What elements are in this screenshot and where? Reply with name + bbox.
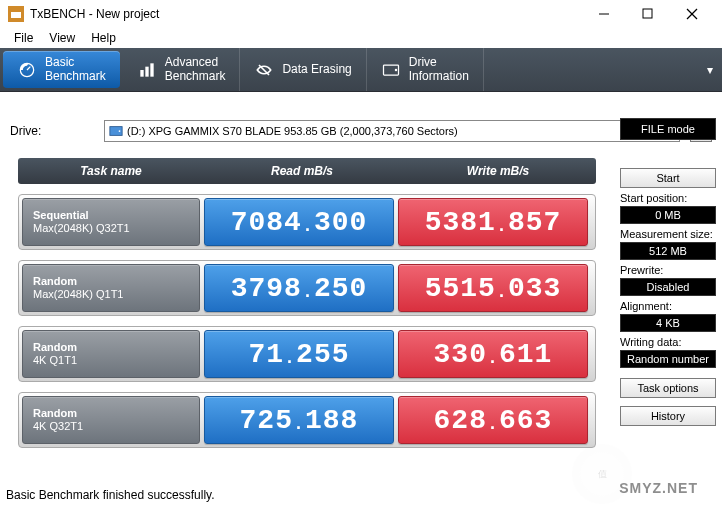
file-mode-button[interactable]: FILE mode <box>620 118 716 140</box>
benchmark-header-row: Task name Read mB/s Write mB/s <box>18 158 596 184</box>
tab-basic-benchmark[interactable]: Basic Benchmark <box>3 51 120 88</box>
minimize-button[interactable] <box>582 0 626 28</box>
task-button-2[interactable]: Random 4K Q1T1 <box>22 330 200 378</box>
disk-icon <box>109 124 123 138</box>
history-button[interactable]: History <box>620 406 716 426</box>
svg-line-7 <box>27 66 30 69</box>
menu-help[interactable]: Help <box>83 29 124 47</box>
app-icon <box>8 6 24 22</box>
svg-rect-8 <box>140 70 143 77</box>
read-value: 7084.300 <box>204 198 394 246</box>
toolbar: Basic Benchmark Advanced Benchmark Data … <box>0 48 722 92</box>
benchmark-row: Random 4K Q1T1 71.255 330.611 <box>18 326 596 382</box>
erase-icon <box>254 60 274 80</box>
window-title: TxBENCH - New project <box>30 7 582 21</box>
write-value: 330.611 <box>398 330 588 378</box>
task-sub: 4K Q32T1 <box>33 420 199 433</box>
tab-drive-information[interactable]: Drive Information <box>367 48 484 91</box>
close-button[interactable] <box>670 0 714 28</box>
task-button-0[interactable]: Sequential Max(2048K) Q32T1 <box>22 198 200 246</box>
prewrite-label: Prewrite: <box>620 264 716 276</box>
read-value: 71.255 <box>204 330 394 378</box>
benchmark-panel: Task name Read mB/s Write mB/s Sequentia… <box>18 158 596 448</box>
prewrite-value[interactable]: Disabled <box>620 278 716 296</box>
drive-select[interactable]: (D:) XPG GAMMIX S70 BLADE 953.85 GB (2,0… <box>104 120 680 142</box>
status-text: Basic Benchmark finished successfully. <box>6 488 215 502</box>
watermark-text: SMYZ.NET <box>619 480 698 496</box>
task-name: Random <box>33 275 199 288</box>
menu-file[interactable]: File <box>6 29 41 47</box>
gauge-icon <box>17 60 37 80</box>
toolbar-overflow-button[interactable]: ▾ <box>698 48 722 91</box>
svg-rect-9 <box>145 66 148 76</box>
window-titlebar: TxBENCH - New project <box>0 0 722 28</box>
write-value: 5381.857 <box>398 198 588 246</box>
svg-rect-1 <box>11 12 21 18</box>
header-task: Task name <box>18 158 204 184</box>
task-sub: 4K Q1T1 <box>33 354 199 367</box>
svg-point-15 <box>119 130 121 132</box>
write-value: 628.663 <box>398 396 588 444</box>
tab-label: Basic Benchmark <box>45 56 106 82</box>
task-button-1[interactable]: Random Max(2048K) Q1T1 <box>22 264 200 312</box>
read-value: 3798.250 <box>204 264 394 312</box>
alignment-value[interactable]: 4 KB <box>620 314 716 332</box>
svg-rect-10 <box>150 63 153 76</box>
start-position-label: Start position: <box>620 192 716 204</box>
write-value: 5515.033 <box>398 264 588 312</box>
tab-advanced-benchmark[interactable]: Advanced Benchmark <box>123 48 241 91</box>
tab-label: Advanced Benchmark <box>165 56 226 82</box>
maximize-button[interactable] <box>626 0 670 28</box>
task-options-button[interactable]: Task options <box>620 378 716 398</box>
task-sub: Max(2048K) Q1T1 <box>33 288 199 301</box>
menu-view[interactable]: View <box>41 29 83 47</box>
tab-data-erasing[interactable]: Data Erasing <box>240 48 366 91</box>
writing-data-label: Writing data: <box>620 336 716 348</box>
menubar: File View Help <box>0 28 722 48</box>
drive-label: Drive: <box>10 124 94 138</box>
header-read: Read mB/s <box>204 158 400 184</box>
task-button-3[interactable]: Random 4K Q32T1 <box>22 396 200 444</box>
task-sub: Max(2048K) Q32T1 <box>33 222 199 235</box>
drive-icon <box>381 60 401 80</box>
tab-label: Drive Information <box>409 56 469 82</box>
drive-row: Drive: (D:) XPG GAMMIX S70 BLADE 953.85 … <box>0 114 722 142</box>
drive-selected-text: (D:) XPG GAMMIX S70 BLADE 953.85 GB (2,0… <box>127 125 458 137</box>
side-panel: Start Start position: 0 MB Measurement s… <box>620 168 716 426</box>
start-position-value[interactable]: 0 MB <box>620 206 716 224</box>
svg-rect-3 <box>643 9 652 18</box>
writing-data-value[interactable]: Random number <box>620 350 716 368</box>
header-write: Write mB/s <box>400 158 596 184</box>
alignment-label: Alignment: <box>620 300 716 312</box>
task-name: Sequential <box>33 209 199 222</box>
benchmark-row: Sequential Max(2048K) Q32T1 7084.300 538… <box>18 194 596 250</box>
read-value: 725.188 <box>204 396 394 444</box>
measurement-size-value[interactable]: 512 MB <box>620 242 716 260</box>
bars-icon <box>137 60 157 80</box>
task-name: Random <box>33 341 199 354</box>
task-name: Random <box>33 407 199 420</box>
svg-point-13 <box>395 68 398 71</box>
measurement-size-label: Measurement size: <box>620 228 716 240</box>
benchmark-row: Random Max(2048K) Q1T1 3798.250 5515.033 <box>18 260 596 316</box>
tab-label: Data Erasing <box>282 63 351 76</box>
start-button[interactable]: Start <box>620 168 716 188</box>
benchmark-row: Random 4K Q32T1 725.188 628.663 <box>18 392 596 448</box>
